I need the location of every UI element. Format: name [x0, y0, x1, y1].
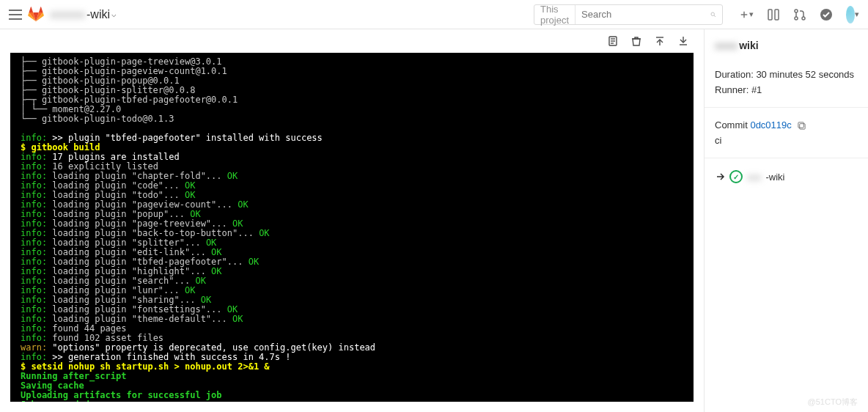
project-name-blurred: xxxxxx — [50, 8, 85, 21]
search-box[interactable]: This project — [534, 4, 723, 25]
pipeline-name-suffix: -wiki — [766, 172, 785, 183]
status-success-icon — [729, 170, 743, 183]
svg-point-7 — [795, 17, 798, 20]
search-input[interactable] — [575, 9, 710, 20]
hamburger-icon[interactable] — [9, 10, 22, 20]
svg-point-8 — [802, 17, 805, 20]
watermark: @51CTO博客 — [808, 397, 858, 408]
pipeline-name-blurred: xxx — [747, 172, 762, 183]
commit-link[interactable]: 0dc0119c — [750, 119, 791, 130]
job-log-terminal[interactable]: ├── gitbook-plugin-page-treeview@3.0.1 ├… — [10, 53, 694, 402]
search-scope-label: This project — [534, 5, 575, 24]
svg-rect-20 — [798, 122, 803, 128]
log-toolbar — [0, 29, 704, 53]
job-log-pane: ├── gitbook-plugin-page-treeview@3.0.1 ├… — [0, 29, 704, 412]
project-name-suffix: -wiki — [87, 8, 110, 21]
user-avatar[interactable]: ▾ — [846, 8, 859, 21]
commit-message: ci — [715, 135, 858, 146]
chevron-down-icon: ⌵ — [111, 10, 117, 19]
issues-icon[interactable] — [767, 8, 780, 21]
search-icon — [710, 10, 716, 20]
svg-point-0 — [711, 12, 714, 15]
duration-row: Duration: 30 minutes 52 seconds — [715, 69, 858, 80]
svg-point-6 — [795, 10, 798, 12]
top-bar: xxxxxx-wiki ⌵ This project ▾ ▾ — [0, 0, 868, 29]
runner-row: Runner: #1 — [715, 84, 858, 95]
merge-requests-icon[interactable] — [793, 8, 806, 21]
copy-commit-icon[interactable] — [797, 121, 806, 130]
svg-rect-5 — [775, 10, 779, 20]
arrow-right-icon — [715, 172, 725, 182]
gitlab-logo-icon[interactable] — [28, 7, 44, 23]
todos-icon[interactable] — [820, 8, 833, 21]
project-dropdown[interactable]: xxxxxx-wiki ⌵ — [50, 8, 117, 21]
commit-row: Commit 0dc0119c — [715, 119, 858, 130]
scroll-bottom-icon[interactable] — [677, 35, 689, 47]
job-sidebar: xxxxwiki Duration: 30 minutes 52 seconds… — [704, 29, 868, 412]
top-right-icons: ▾ ▾ — [740, 8, 859, 21]
svg-rect-19 — [800, 124, 805, 129]
erase-log-icon[interactable] — [630, 35, 642, 47]
raw-log-icon[interactable] — [607, 35, 619, 47]
svg-line-1 — [714, 15, 716, 16]
plus-dropdown[interactable]: ▾ — [740, 8, 754, 21]
pipeline-row[interactable]: xxx-wiki — [715, 170, 858, 183]
scroll-top-icon[interactable] — [654, 35, 666, 47]
svg-rect-4 — [768, 10, 772, 20]
job-title: xxxxwiki — [715, 40, 858, 51]
